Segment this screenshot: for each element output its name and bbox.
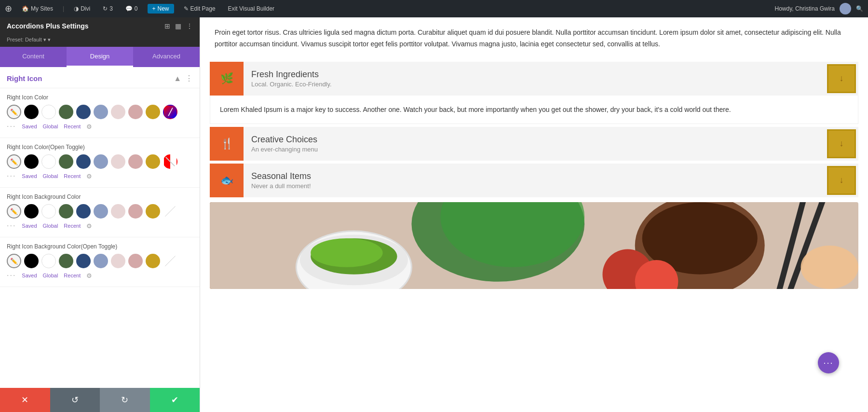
color-tab-saved-3[interactable]: Saved xyxy=(22,223,37,229)
admin-bar-item-updates[interactable]: ↻ 3 xyxy=(100,4,116,13)
swatch-white-4[interactable] xyxy=(41,254,56,268)
tab-design[interactable]: Design xyxy=(67,47,133,67)
color-dots-expand-4[interactable]: ··· xyxy=(7,271,16,280)
undo-button[interactable]: ↺ xyxy=(50,388,100,412)
swatch-pink-2[interactable] xyxy=(128,154,143,169)
redo-button[interactable]: ↻ xyxy=(100,388,150,412)
color-label-2: Right Icon Color(Open Toggle) xyxy=(7,144,193,151)
admin-bar-item-divi[interactable]: ◑ Divi xyxy=(71,4,93,13)
color-dots-expand-1[interactable]: ··· xyxy=(7,122,16,131)
swatch-gold-3[interactable] xyxy=(146,204,160,219)
swatch-blue-3[interactable] xyxy=(94,204,108,219)
swatch-slash-1[interactable]: ╱ xyxy=(163,105,177,119)
color-picker-btn-1[interactable]: ✏️ xyxy=(7,105,21,119)
wp-logo[interactable]: ⊕ xyxy=(5,3,12,14)
color-gear-4[interactable]: ⚙ xyxy=(86,272,92,279)
swatch-pink-light-1[interactable] xyxy=(111,105,125,119)
color-dots-expand-2[interactable]: ··· xyxy=(7,172,16,180)
color-picker-btn-2[interactable]: ✏️ xyxy=(7,154,21,169)
swatch-green-4[interactable] xyxy=(59,254,73,268)
color-setting-right-icon-color-open: Right Icon Color(Open Toggle) ✏️ xyxy=(0,138,200,188)
tab-content[interactable]: Content xyxy=(0,47,67,67)
swatch-white-1[interactable] xyxy=(41,105,56,119)
color-gear-1[interactable]: ⚙ xyxy=(86,123,92,130)
swatch-slash-2[interactable] xyxy=(163,154,177,169)
swatch-black-2[interactable] xyxy=(24,154,39,169)
accordion-header-3[interactable]: 🐟 Seasonal Items Never a dull moment! ↓ xyxy=(210,164,858,197)
panel-title: Accordions Plus Settings xyxy=(7,22,89,30)
color-picker-btn-4[interactable]: ✏️ xyxy=(7,254,21,268)
color-tab-saved-1[interactable]: Saved xyxy=(22,124,37,129)
admin-bar-item-mysites[interactable]: 🏠 My Sites xyxy=(19,4,56,13)
floating-dots-button[interactable]: ··· xyxy=(818,352,839,373)
swatch-navy-4[interactable] xyxy=(76,254,91,268)
accordion-title-area-1: Fresh Ingredients Local. Organic. Eco-Fr… xyxy=(244,64,825,94)
color-tab-recent-4[interactable]: Recent xyxy=(64,273,81,278)
swatch-white-2[interactable] xyxy=(41,154,56,169)
swatch-pink-3[interactable] xyxy=(128,204,143,219)
swatch-blue-1[interactable] xyxy=(94,105,108,119)
swatch-black-4[interactable] xyxy=(24,254,39,268)
swatch-green-3[interactable] xyxy=(59,204,73,219)
color-tab-global-2[interactable]: Global xyxy=(43,173,58,179)
color-tab-global-4[interactable]: Global xyxy=(43,273,58,278)
panel-layout-icon[interactable]: ▦ xyxy=(175,22,181,30)
admin-bar-divider-1: | xyxy=(63,5,64,12)
swatch-pink-4[interactable] xyxy=(128,254,143,268)
admin-bar-new-button[interactable]: + New xyxy=(148,4,174,14)
color-label-1: Right Icon Color xyxy=(7,94,193,101)
swatch-gold-4[interactable] xyxy=(146,254,160,268)
swatch-slash-3[interactable] xyxy=(163,204,177,219)
swatch-navy-3[interactable] xyxy=(76,204,91,219)
color-gear-2[interactable]: ⚙ xyxy=(86,173,92,180)
color-tab-global-3[interactable]: Global xyxy=(43,223,58,229)
color-tab-global-1[interactable]: Global xyxy=(43,124,58,129)
color-tab-recent-1[interactable]: Recent xyxy=(64,124,81,129)
preset-label[interactable]: Preset: Default xyxy=(7,37,51,42)
save-button[interactable]: ✔ xyxy=(150,388,200,412)
color-tab-recent-3[interactable]: Recent xyxy=(64,223,81,229)
admin-bar-item-comments[interactable]: 💬 0 xyxy=(122,4,141,13)
section-menu-icon[interactable]: ⋮ xyxy=(185,74,193,83)
swatch-pink-light-2[interactable] xyxy=(111,154,125,169)
accordion-header-2[interactable]: 🍴 Creative Choices An ever-changing menu… xyxy=(210,127,858,161)
color-tab-saved-4[interactable]: Saved xyxy=(22,273,37,278)
swatch-blue-4[interactable] xyxy=(94,254,108,268)
swatch-pink-light-4[interactable] xyxy=(111,254,125,268)
section-collapse-icon[interactable]: ▲ xyxy=(174,74,181,83)
accordion-toggle-1[interactable]: ↓ xyxy=(827,64,856,93)
swatch-navy-1[interactable] xyxy=(76,105,91,119)
accordion-header-1[interactable]: 🌿 Fresh Ingredients Local. Organic. Eco-… xyxy=(210,62,858,96)
swatch-pink-1[interactable] xyxy=(128,105,143,119)
swatch-navy-2[interactable] xyxy=(76,154,91,169)
tab-advanced[interactable]: Advanced xyxy=(133,47,200,67)
accordion-toggle-3[interactable]: ↓ xyxy=(827,166,856,195)
admin-bar-edit-page[interactable]: ✎ Edit Page xyxy=(181,4,218,13)
color-gear-3[interactable]: ⚙ xyxy=(86,222,92,230)
cancel-button[interactable]: ✕ xyxy=(0,388,50,412)
swatch-green-1[interactable] xyxy=(59,105,73,119)
swatch-white-3[interactable] xyxy=(41,204,56,219)
swatch-green-2[interactable] xyxy=(59,154,73,169)
swatch-gold-1[interactable] xyxy=(146,105,160,119)
color-tab-saved-2[interactable]: Saved xyxy=(22,173,37,179)
swatch-pink-light-3[interactable] xyxy=(111,204,125,219)
admin-search-icon[interactable]: 🔍 xyxy=(856,5,863,12)
color-row-1: ✏️ ╱ xyxy=(7,105,193,119)
swatch-slash-4[interactable] xyxy=(163,254,177,268)
accordion-toggle-2[interactable]: ↓ xyxy=(827,129,856,158)
intro-text: Proin eget tortor risus. Cras ultricies … xyxy=(200,17,868,62)
admin-user-label[interactable]: Howdy, Christina Gwira xyxy=(775,5,835,12)
color-setting-right-icon-color: Right Icon Color ✏️ ╱ xyxy=(0,88,200,138)
panel-menu-icon[interactable]: ⋮ xyxy=(186,22,193,30)
admin-bar-exit-builder[interactable]: Exit Visual Builder xyxy=(225,4,278,13)
swatch-blue-2[interactable] xyxy=(94,154,108,169)
color-tab-recent-2[interactable]: Recent xyxy=(64,173,81,179)
swatch-gold-2[interactable] xyxy=(146,154,160,169)
color-dots-expand-3[interactable]: ··· xyxy=(7,221,16,230)
swatch-black-1[interactable] xyxy=(24,105,39,119)
swatch-black-3[interactable] xyxy=(24,204,39,219)
color-picker-btn-3[interactable]: ✏️ xyxy=(7,204,21,219)
section-header-controls: ▲ ⋮ xyxy=(174,74,193,83)
panel-resize-icon[interactable]: ⊞ xyxy=(164,22,170,30)
